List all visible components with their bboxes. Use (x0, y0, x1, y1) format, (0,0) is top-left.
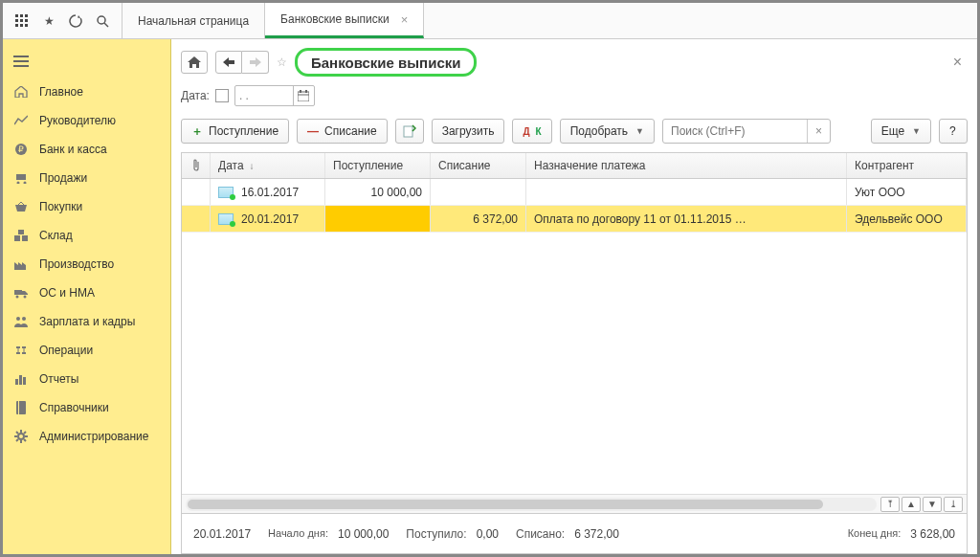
sidebar-item-ops[interactable]: Операции (3, 336, 170, 365)
receipt-button[interactable]: ＋ Поступление (181, 119, 289, 144)
col-attachment[interactable] (182, 153, 211, 178)
sidebar-item-basket[interactable]: Покупки (3, 192, 170, 221)
svg-point-24 (24, 296, 27, 299)
ops-icon (12, 345, 30, 356)
sidebar-item-gear[interactable]: Администрирование (3, 422, 170, 451)
summary-end-label: Конец дня: (848, 527, 902, 540)
svg-line-10 (104, 23, 108, 27)
table-body: 16.01.201710 000,00Уют ООО20.01.20176 37… (182, 179, 967, 494)
search-input[interactable] (663, 121, 807, 142)
sidebar-item-label: Администрирование (39, 430, 148, 443)
back-button[interactable] (215, 51, 242, 74)
cell-receipt (325, 206, 431, 232)
toolbar: ＋ Поступление — Списание Загрузить ДК П (181, 114, 968, 148)
favorite-icon[interactable]: ☆ (277, 56, 287, 69)
sidebar-item-label: Справочники (39, 401, 109, 414)
sidebar-item-ruble[interactable]: ₽Банк и касса (3, 135, 170, 164)
paperclip-icon (191, 159, 201, 172)
page-last-button[interactable]: ⤓ (944, 497, 963, 512)
sort-asc-icon: ↓ (250, 161, 255, 171)
sidebar-item-bars[interactable]: Отчеты (3, 365, 170, 393)
date-field[interactable] (234, 85, 315, 106)
close-icon[interactable]: × (401, 12, 409, 27)
col-purpose[interactable]: Назначение платежа (526, 153, 847, 178)
page-first-button[interactable]: ⤒ (880, 497, 900, 512)
title-bar: ☆ Банковские выписки × (181, 45, 968, 79)
sidebar-item-book[interactable]: Справочники (3, 393, 170, 422)
more-button[interactable]: Еще ▼ (871, 119, 931, 144)
home-icon (12, 86, 30, 98)
cell-attachment (182, 206, 211, 232)
sidebar-item-label: Главное (39, 85, 83, 99)
sidebar-item-people[interactable]: Зарплата и кадры (3, 307, 170, 336)
summary-date: 20.01.2017 (193, 527, 251, 541)
sidebar-item-label: Операции (39, 344, 93, 357)
page-title: Банковские выписки (295, 48, 477, 77)
document-icon (218, 187, 234, 198)
sidebar-toggle[interactable] (3, 45, 170, 78)
svg-rect-27 (15, 379, 18, 385)
sidebar-item-cart[interactable]: Продажи (3, 164, 170, 192)
cart-icon (12, 172, 30, 184)
dk-button[interactable]: ДК (512, 119, 551, 144)
chevron-down-icon: ▼ (635, 126, 644, 136)
sidebar-item-label: Банк и касса (39, 143, 107, 156)
sidebar-item-label: Зарплата и кадры (39, 315, 135, 328)
sidebar-item-factory[interactable]: Производство (3, 250, 170, 278)
star-icon[interactable]: ★ (35, 3, 62, 39)
sidebar-item-boxes[interactable]: Склад (3, 221, 170, 250)
summary-start-label: Начало дня: (268, 527, 328, 540)
svg-rect-41 (298, 92, 309, 101)
factory-icon (12, 258, 30, 270)
calendar-icon[interactable] (293, 85, 314, 106)
sidebar-item-label: Покупки (39, 200, 82, 213)
refresh-button[interactable] (395, 119, 424, 144)
tab-home[interactable]: Начальная страница (122, 3, 265, 38)
tab-label: Банковские выписки (280, 12, 390, 26)
plus-icon: ＋ (191, 123, 203, 140)
forward-button[interactable] (242, 51, 269, 74)
search-field[interactable]: × (662, 119, 831, 144)
apps-icon[interactable] (9, 3, 35, 39)
sidebar-item-label: Продажи (39, 171, 87, 185)
tab-bank-statements[interactable]: Банковские выписки × (265, 3, 424, 38)
svg-rect-28 (19, 375, 22, 385)
svg-rect-21 (18, 230, 24, 234)
cell-purpose (526, 179, 847, 205)
panel-close-button[interactable]: × (947, 54, 968, 71)
search-clear-button[interactable]: × (807, 120, 830, 143)
table-row[interactable]: 16.01.201710 000,00Уют ООО (182, 179, 967, 206)
col-receipt[interactable]: Поступление (325, 153, 431, 178)
table-row[interactable]: 20.01.20176 372,00Оплата по договору 11 … (182, 206, 967, 233)
sidebar-item-home[interactable]: Главное (3, 78, 170, 106)
date-input[interactable] (235, 87, 293, 104)
cell-counterparty: Эдельвейс ООО (847, 206, 967, 232)
col-date[interactable]: Дата ↓ (211, 153, 325, 178)
svg-rect-19 (14, 235, 20, 241)
horizontal-scrollbar[interactable] (186, 498, 877, 511)
col-counterparty[interactable]: Контрагент (847, 153, 967, 178)
help-button[interactable]: ? (939, 119, 968, 144)
writeoff-button[interactable]: — Списание (297, 119, 388, 144)
col-writeoff[interactable]: Списание (431, 153, 526, 178)
summary-out-value: 6 372,00 (574, 527, 619, 541)
page-up-button[interactable]: ▲ (902, 497, 921, 512)
page-down-button[interactable]: ▼ (923, 497, 942, 512)
pick-button[interactable]: Подобрать ▼ (560, 119, 655, 144)
cell-writeoff: 6 372,00 (431, 206, 526, 232)
svg-rect-31 (18, 401, 19, 414)
gear-icon (12, 430, 30, 443)
svg-rect-0 (15, 14, 18, 17)
load-button[interactable]: Загрузить (432, 119, 505, 144)
sidebar: ГлавноеРуководителю₽Банк и кассаПродажиП… (3, 39, 171, 554)
sidebar-item-label: Производство (39, 257, 114, 271)
summary-out-label: Списано: (516, 527, 565, 541)
search-icon[interactable] (89, 3, 116, 39)
sidebar-item-chart[interactable]: Руководителю (3, 106, 170, 135)
sidebar-item-truck[interactable]: ОС и НМА (3, 278, 170, 307)
home-button[interactable] (181, 51, 208, 74)
history-icon[interactable] (62, 3, 89, 39)
date-checkbox[interactable] (215, 89, 229, 102)
cell-attachment (182, 179, 211, 205)
svg-point-23 (16, 296, 19, 299)
